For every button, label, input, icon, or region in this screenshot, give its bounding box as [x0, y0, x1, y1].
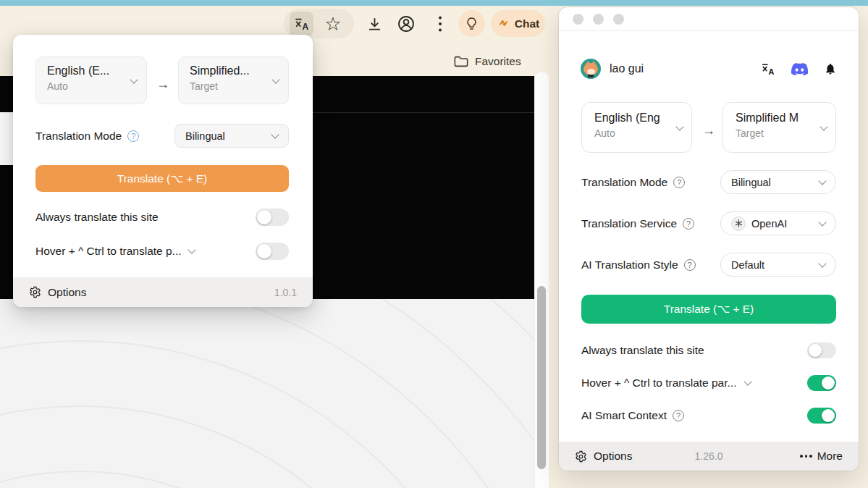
- chevron-down-icon[interactable]: [744, 377, 752, 385]
- svg-text:A: A: [768, 67, 774, 76]
- window-close-button[interactable]: [573, 14, 583, 25]
- browser-menu-icon[interactable]: [434, 14, 447, 34]
- page-scrollbar-thumb[interactable]: [537, 286, 546, 469]
- favorites-label: Favorites: [475, 55, 521, 68]
- ellipsis-icon: [800, 455, 812, 458]
- target-language-mode: Target: [736, 127, 827, 139]
- chevron-down-icon[interactable]: [187, 245, 195, 253]
- discord-icon[interactable]: [791, 62, 809, 76]
- target-language-select[interactable]: Simplified... Target: [178, 56, 289, 104]
- arrow-right-icon: →: [702, 123, 715, 138]
- translation-mode-value: Bilingual: [185, 130, 225, 142]
- page-scrollbar-track: [535, 72, 549, 488]
- help-icon[interactable]: [127, 130, 139, 142]
- chevron-down-icon: [271, 130, 279, 138]
- right-translate-panel: lao gui A English (Eng Auto → Simplified…: [559, 7, 859, 471]
- version-label: 1.26.0: [695, 450, 723, 462]
- gear-icon: [575, 450, 587, 463]
- downloads-icon[interactable]: [364, 14, 384, 34]
- translation-mode-select[interactable]: Bilingual: [720, 170, 836, 194]
- translate-button[interactable]: Translate (⌥ + E): [581, 295, 836, 324]
- always-translate-label: Always translate this site: [581, 344, 704, 357]
- folder-icon: [453, 54, 469, 69]
- lightbulb-icon: [464, 16, 479, 31]
- target-language-value: Simplified...: [190, 64, 271, 77]
- ai-smart-context-toggle[interactable]: [807, 408, 836, 424]
- options-link[interactable]: Options: [594, 450, 632, 463]
- help-icon[interactable]: [673, 410, 684, 421]
- translate-extension-button[interactable]: A: [290, 12, 313, 36]
- help-icon[interactable]: [673, 177, 685, 188]
- profile-icon[interactable]: [396, 14, 416, 34]
- hover-translate-toggle[interactable]: [256, 243, 289, 260]
- chevron-down-icon: [818, 259, 826, 267]
- left-translate-popup: English (E... Auto → Simplified... Targe…: [13, 35, 313, 307]
- version-label: 1.0.1: [274, 287, 297, 298]
- top-accent-strip: [0, 0, 868, 6]
- bookmark-star-icon[interactable]: ☆: [321, 12, 345, 36]
- lightbulb-button[interactable]: [458, 10, 485, 37]
- window-zoom-button[interactable]: [613, 14, 624, 25]
- source-language-select[interactable]: English (Eng Auto: [581, 102, 692, 153]
- target-language-select[interactable]: Simplified M Target: [722, 102, 836, 153]
- source-language-value: English (E...: [47, 64, 128, 77]
- translate-button[interactable]: Translate (⌥ + E): [35, 165, 289, 192]
- window-minimize-button[interactable]: [593, 14, 604, 25]
- translation-service-select[interactable]: OpenAI: [720, 211, 836, 235]
- translate-button-label: Translate (⌥ + E): [664, 303, 754, 316]
- always-translate-toggle[interactable]: [807, 342, 836, 358]
- username-label: lao gui: [610, 62, 644, 75]
- left-popup-footer: Options 1.0.1: [13, 277, 313, 307]
- translation-mode-label: Translation Mode: [581, 176, 667, 189]
- source-language-mode: Auto: [47, 80, 138, 92]
- gear-icon: [29, 286, 41, 298]
- ai-translation-style-value: Default: [731, 259, 764, 271]
- translate-icon: A: [294, 16, 310, 32]
- translation-mode-select[interactable]: Bilingual: [174, 124, 289, 148]
- hover-translate-label: Hover + ^ Ctrl to translate par...: [581, 376, 736, 390]
- target-language-value: Simplified M: [736, 112, 814, 125]
- right-panel-footer: Options 1.26.0 More: [559, 442, 859, 471]
- more-button[interactable]: More: [800, 450, 843, 463]
- ai-translation-style-label: AI Translation Style: [581, 258, 678, 272]
- svg-text:A: A: [302, 22, 308, 32]
- chat-logo-icon: [497, 17, 510, 30]
- window-titlebar: [559, 7, 859, 31]
- decorative-arc: [0, 299, 534, 488]
- arrow-right-icon: →: [156, 77, 169, 92]
- chevron-down-icon: [818, 177, 826, 185]
- options-link[interactable]: Options: [48, 286, 86, 299]
- page-fragment: [0, 112, 13, 165]
- bell-icon[interactable]: [824, 62, 837, 76]
- always-translate-label: Always translate this site: [35, 211, 159, 224]
- translation-service-label: Translation Service: [581, 217, 677, 230]
- translation-mode-value: Bilingual: [731, 177, 771, 188]
- translation-service-value: OpenAI: [751, 218, 787, 230]
- ai-translation-style-select[interactable]: Default: [720, 253, 836, 277]
- source-language-select[interactable]: English (E... Auto: [35, 56, 147, 104]
- source-language-mode: Auto: [594, 127, 683, 139]
- source-language-value: English (Eng: [594, 112, 673, 125]
- chat-button[interactable]: Chat: [491, 10, 545, 37]
- chat-button-label: Chat: [515, 17, 539, 30]
- target-language-mode: Target: [190, 80, 279, 92]
- translate-button-label: Translate (⌥ + E): [117, 172, 208, 185]
- help-icon[interactable]: [684, 259, 696, 271]
- screen: A ☆ Chat Favorites English (E... Auto → …: [0, 0, 868, 488]
- more-label: More: [817, 450, 843, 463]
- favorites-bar-item[interactable]: Favorites: [453, 52, 533, 71]
- translation-mode-label: Translation Mode: [35, 130, 122, 143]
- help-icon[interactable]: [683, 218, 694, 230]
- avatar[interactable]: [581, 59, 601, 79]
- hover-translate-label: Hover + ^ Ctrl to translate p...: [35, 245, 182, 258]
- hover-translate-toggle[interactable]: [807, 375, 836, 391]
- page-background-pattern: [0, 299, 534, 488]
- always-translate-toggle[interactable]: [256, 209, 289, 226]
- translate-icon[interactable]: A: [761, 62, 775, 76]
- openai-icon: [731, 216, 746, 231]
- ai-smart-context-label: AI Smart Context: [581, 409, 667, 422]
- chevron-down-icon: [818, 218, 826, 226]
